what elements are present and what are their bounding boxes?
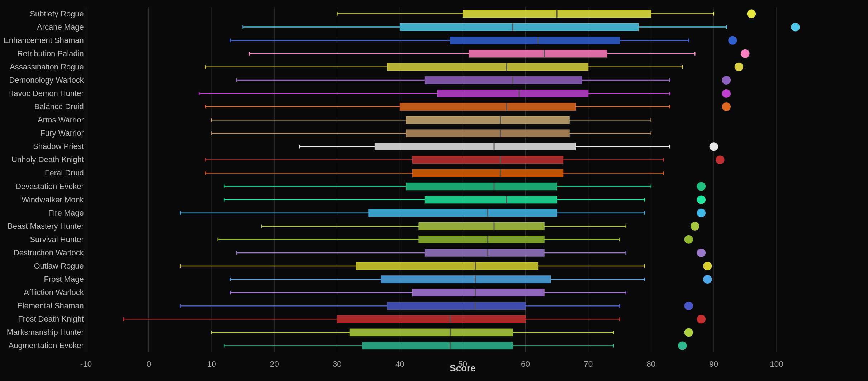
svg-rect-42 [450,37,620,44]
svg-text:-10: -10 [80,360,92,368]
y-label-elemental-shaman: Elemental Shaman [4,299,87,313]
y-label-havoc-demon-hunter: Havoc Demon Hunter [4,87,87,100]
boxplot-arms-warrior [212,116,651,124]
svg-text:10: 10 [207,360,216,368]
svg-text:20: 20 [270,360,279,368]
svg-rect-185 [337,315,525,323]
chart-container: Subtlety RogueArcane MageEnhancement Sha… [0,0,868,381]
boxplot-retribution-paladin [249,49,749,58]
svg-rect-77 [400,103,575,110]
y-label-windwalker-monk: Windwalker Monk [4,193,87,206]
boxplot-elemental-shaman [180,302,693,310]
y-label-fire-mage: Fire Mage [4,206,87,220]
boxplot-devastation-evoker [224,182,706,191]
y-label-arms-warrior: Arms Warrior [4,114,87,127]
svg-rect-130 [369,209,557,216]
svg-point-58 [735,63,743,71]
svg-rect-49 [469,50,607,57]
svg-rect-84 [406,116,569,124]
svg-rect-144 [419,236,544,243]
svg-point-105 [716,155,724,164]
svg-text:80: 80 [646,360,655,368]
y-label-frost-death-knight: Frost Death Knight [4,313,87,326]
svg-rect-192 [350,329,513,336]
svg-point-118 [697,182,706,191]
svg-rect-96 [375,143,575,150]
y-label-retribution-paladin: Retribution Paladin [4,47,87,60]
svg-rect-165 [381,276,551,283]
boxplot-destruction-warlock [237,249,706,257]
svg-point-72 [722,89,731,98]
svg-point-146 [684,235,693,244]
svg-point-153 [697,249,706,257]
boxplot-assassination-rogue [205,63,743,71]
svg-text:90: 90 [709,360,718,368]
svg-rect-151 [425,249,544,256]
svg-point-187 [697,315,706,323]
y-label-feral-druid: Feral Druid [4,167,87,180]
svg-point-167 [703,275,712,284]
boxplot-demonology-warlock [237,76,731,85]
svg-rect-178 [387,302,525,309]
y-label-subtlety-rogue: Subtlety Rogue [4,7,87,20]
svg-rect-35 [400,23,638,30]
y-label-assassination-rogue: Assassination Rogue [4,60,87,73]
svg-point-194 [684,328,693,337]
svg-text:70: 70 [584,360,593,368]
svg-point-37 [791,23,800,32]
svg-point-65 [722,76,731,85]
boxplot-fury-warrior [212,130,651,137]
y-label-shadow-priest: Shadow Priest [4,140,87,153]
svg-point-160 [703,262,712,270]
svg-point-79 [722,102,731,111]
boxplot-enhancement-shaman [231,36,737,45]
svg-point-139 [691,222,699,231]
svg-rect-158 [356,262,538,270]
boxplot-affliction-warlock [231,289,626,296]
y-label-affliction-warlock: Affliction Warlock [4,286,87,299]
svg-point-132 [697,209,706,217]
y-label-augmentation-evoker: Augmentation Evoker [4,339,87,352]
boxplot-frost-death-knight [124,315,706,323]
svg-text:40: 40 [395,360,404,368]
svg-point-51 [741,49,749,58]
svg-rect-172 [412,289,544,296]
svg-text:30: 30 [333,360,342,368]
boxplot-survival-hunter [218,235,693,244]
boxplot-fire-mage [180,209,706,217]
svg-rect-56 [387,63,588,71]
svg-rect-199 [362,342,513,349]
y-label-destruction-warlock: Destruction Warlock [4,246,87,259]
boxplot-unholy-death-knight [205,155,725,164]
svg-point-30 [747,10,756,18]
boxplot-windwalker-monk [224,196,706,204]
y-label-arcane-mage: Arcane Mage [4,20,87,34]
y-label-demonology-warlock: Demonology Warlock [4,73,87,87]
x-axis-label: Score [450,363,475,374]
boxplot-frost-mage [231,275,712,284]
svg-rect-70 [437,90,588,97]
boxplot-outlaw-rogue [180,262,712,270]
svg-point-44 [728,36,737,45]
svg-point-180 [684,302,693,310]
svg-point-98 [710,142,718,151]
svg-rect-63 [425,77,582,84]
svg-rect-90 [406,130,569,137]
svg-text:0: 0 [147,360,151,368]
boxplot-marksmanship-hunter [212,328,693,337]
boxplot-feral-druid [205,169,664,177]
svg-rect-123 [425,196,557,203]
svg-rect-103 [412,156,563,163]
svg-point-201 [678,341,687,350]
boxplot-augmentation-evoker [224,341,687,350]
svg-text:100: 100 [770,360,783,368]
svg-rect-116 [406,183,557,190]
y-label-marksmanship-hunter: Marksmanship Hunter [4,326,87,339]
y-label-frost-mage: Frost Mage [4,273,87,286]
y-label-fury-warrior: Fury Warrior [4,127,87,140]
boxplot-arcane-mage [243,23,800,32]
y-label-outlaw-rogue: Outlaw Rogue [4,259,87,273]
svg-rect-110 [412,169,563,177]
y-label-beast-mastery-hunter: Beast Mastery Hunter [4,220,87,233]
svg-point-125 [697,196,706,204]
